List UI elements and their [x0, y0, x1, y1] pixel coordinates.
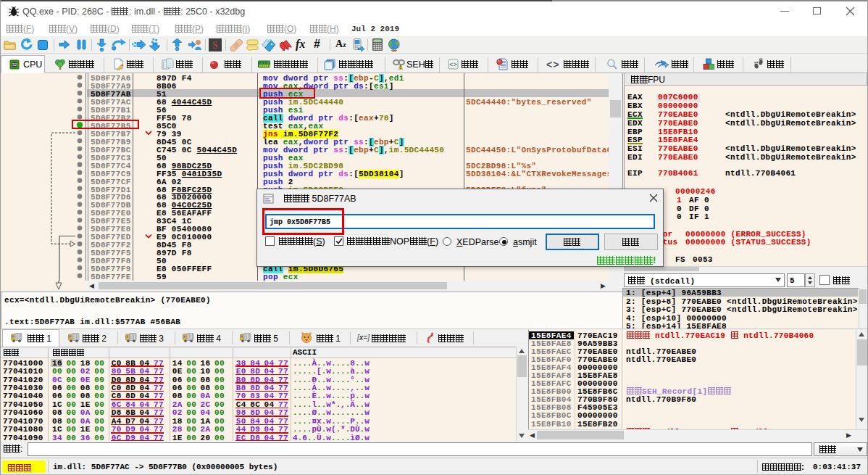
svg-text:32: 32 — [12, 62, 17, 67]
svg-text:!: ! — [400, 65, 401, 70]
svg-text:<>: <> — [449, 62, 457, 69]
svg-text:S: S — [212, 40, 218, 51]
